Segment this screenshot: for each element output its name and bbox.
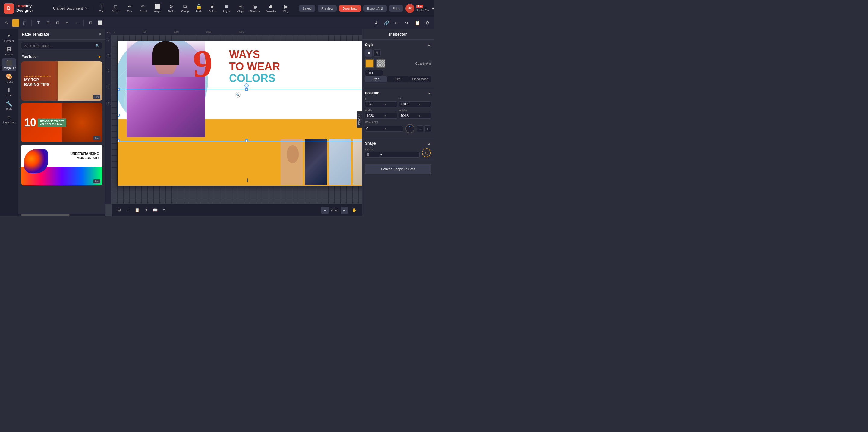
move-btn[interactable]: ⊕	[2, 19, 11, 27]
image-tool[interactable]: ⬜ Image	[151, 3, 164, 14]
flip-h-btn[interactable]: ↔	[417, 125, 424, 132]
hand-tool-btn[interactable]: ✋	[350, 206, 358, 214]
width-input[interactable]	[365, 113, 383, 119]
saved-button[interactable]: Saved	[299, 5, 315, 12]
print-button[interactable]: Print	[389, 5, 403, 12]
sidebar-item-upload[interactable]: ⬆ Upload	[2, 86, 16, 99]
lock-tool[interactable]: 🔒 Lock	[192, 3, 206, 14]
gradient-fill-btn[interactable]: ✎	[373, 49, 381, 57]
convert-shape-button[interactable]: Convert Shape To Path	[365, 164, 431, 174]
rotation-label: Rotation(°)	[365, 121, 431, 124]
no-fill-btn[interactable]: ⬚	[21, 19, 29, 27]
height-decrease-btn[interactable]: ▾	[417, 114, 421, 118]
solid-fill-btn[interactable]: ■	[365, 49, 372, 57]
document-title[interactable]: Untitled Document ✎	[48, 6, 93, 10]
zoom-out-btn[interactable]: −	[321, 207, 329, 214]
pen-tool[interactable]: ✒ Pen	[123, 3, 136, 14]
canvas-settings-icon[interactable]: ⚙	[423, 19, 432, 27]
panel-scrollbar[interactable]	[18, 214, 105, 216]
rotation-wheel[interactable]	[405, 124, 414, 133]
canvas-area[interactable]: px 0 500 1000 1500 2000 200 400 600 800 …	[105, 29, 362, 216]
paste-icon[interactable]: 📋	[413, 19, 421, 27]
second-toolbar: ⊕ ⬚ ⊤ ⊞ ⊡ ✂ ↔ ⊟ ⬜ ⬇ 🔗 ↩ ↪ 📋 ⚙	[0, 17, 434, 29]
move-page-up-btn[interactable]: ⬆	[142, 206, 150, 214]
tab-filter[interactable]: Filter	[387, 76, 409, 82]
page-list-btn[interactable]: ≡	[160, 206, 168, 214]
align-tool[interactable]: ⊟ Align	[234, 3, 247, 14]
opacity-value[interactable]: 100	[365, 70, 383, 76]
zoom-in-btn[interactable]: +	[341, 207, 348, 214]
align-middle-btn[interactable]: ⊞	[44, 19, 52, 27]
help-button[interactable]: Help	[431, 4, 434, 13]
template-card-baking[interactable]: THE EASY BAKER VLOGS MY TOPBAKING TIPS P…	[21, 62, 102, 101]
y-input[interactable]	[399, 102, 417, 107]
search-input[interactable]	[21, 42, 102, 49]
width-decrease-btn[interactable]: ▾	[383, 114, 387, 118]
edit-title-icon[interactable]: ✎	[85, 6, 88, 10]
fill-color-swatch[interactable]	[365, 59, 374, 68]
download-canvas-icon[interactable]: ⬇	[372, 19, 380, 27]
section-header[interactable]: YouTube ▼	[18, 52, 105, 62]
arrange-btn[interactable]: ⊟	[86, 19, 95, 27]
frame-btn[interactable]: ⬜	[96, 19, 104, 27]
export-ani-button[interactable]: Export ANI	[364, 5, 387, 12]
height-input[interactable]	[399, 113, 417, 119]
y-decrease-btn[interactable]: ▾	[417, 103, 421, 106]
template-card-apple[interactable]: 10 REASONS TO EAT AN APPLE A DAY Pro	[21, 103, 102, 142]
flip-v-btn[interactable]: ↕	[424, 125, 431, 132]
inspector-collapse-tab[interactable]: Inspector	[356, 111, 362, 128]
text-tool[interactable]: T Text	[95, 3, 108, 14]
share-link-icon[interactable]: 🔗	[382, 19, 391, 27]
preview-button[interactable]: Preview	[318, 5, 337, 12]
x-input[interactable]	[365, 102, 383, 107]
sidebar-item-palette[interactable]: 🎨 Palette	[2, 72, 16, 85]
align-top-btn[interactable]: ⊤	[34, 19, 42, 27]
page-overview-btn[interactable]: 📖	[151, 206, 159, 214]
logo-area: D DrawtifyDesigner	[0, 3, 48, 13]
opacity-row: 100	[365, 70, 431, 76]
palette-icon: 🎨	[6, 74, 12, 79]
sidebar-item-tools[interactable]: 🔧 Tools	[2, 99, 16, 112]
delete-tool[interactable]: 🗑 Delete	[206, 3, 219, 14]
x-decrease-btn[interactable]: ▾	[383, 103, 387, 106]
pencil-tool[interactable]: ✏ Pencil	[137, 3, 150, 14]
download-button[interactable]: Download	[339, 5, 361, 12]
sidebar-item-background[interactable]: ⬛ Background	[2, 59, 16, 71]
copy-page-btn[interactable]: 📋	[133, 206, 141, 214]
zoom-canvas-icon[interactable]: 🔍	[235, 92, 241, 98]
user-area[interactable]: JX Pro Justin Xu	[405, 4, 429, 13]
redo-icon[interactable]: ↪	[403, 19, 411, 27]
sidebar-item-layer[interactable]: ≡ Layer List	[2, 113, 16, 126]
undo-icon[interactable]: ↩	[393, 19, 401, 27]
template-card-art[interactable]: UNDERSTANDINGMODERN ART Pro	[21, 144, 102, 185]
tools-tool[interactable]: ⚙ Tools	[164, 3, 178, 14]
radius-input[interactable]	[365, 152, 380, 157]
tab-style[interactable]: Style	[365, 76, 387, 82]
sidebar-item-image[interactable]: 🖼 Image	[2, 45, 16, 58]
tab-blend-mode[interactable]: Blend Mode	[409, 76, 431, 82]
transparency-swatch[interactable]	[376, 59, 385, 68]
pencil-icon: ✏	[141, 4, 145, 9]
panel-close-icon[interactable]: ✕	[99, 32, 101, 36]
layer-tool[interactable]: ≡ Layer	[220, 3, 233, 14]
group-tool[interactable]: ⧉ Group	[179, 3, 192, 14]
rotation-decrease-btn[interactable]: ▾	[383, 127, 387, 130]
shape-tool[interactable]: ◻ Shape	[109, 3, 122, 14]
style-collapse-btn[interactable]: ▲	[427, 43, 431, 47]
add-page-btn[interactable]: +	[124, 206, 132, 214]
grid-view-btn[interactable]: ⊞	[115, 206, 123, 214]
crop-image-btn[interactable]: ✂	[63, 19, 71, 27]
play-tool[interactable]: ▶ Play	[279, 3, 293, 14]
template-panel: Page Template ✕ 🔍 YouTube ▼ THE EASY BAK…	[18, 29, 105, 216]
width-value: ▾	[365, 113, 397, 119]
radius-decrease-btn[interactable]: ▾	[380, 153, 382, 157]
sidebar-item-element[interactable]: ✦ Element	[2, 31, 16, 44]
flip-btn[interactable]: ↔	[73, 19, 81, 27]
shape-collapse-btn[interactable]: ▲	[427, 141, 431, 145]
rotation-input[interactable]	[365, 126, 383, 131]
resize-btn[interactable]: ⊡	[53, 19, 62, 27]
position-collapse-btn[interactable]: ▲	[427, 91, 431, 95]
boolean-tool[interactable]: ◎ Boolean	[248, 3, 262, 14]
fill-color-selector[interactable]	[12, 19, 19, 27]
animator-tool[interactable]: ⏺ Animator	[263, 3, 279, 14]
